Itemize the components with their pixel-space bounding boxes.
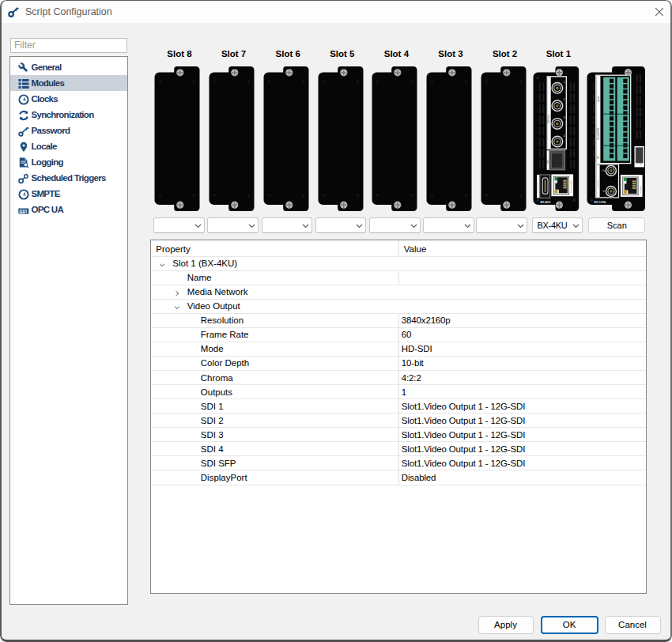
svg-text:BX-CONL: BX-CONL [594,200,606,203]
svg-text:Serial/GPIO: Serial/GPIO [596,127,599,140]
svg-text:2: 2 [564,98,565,101]
svg-text:Out: Out [602,169,606,172]
svg-text:BX-4KU: BX-4KU [541,200,551,203]
svg-text:3: 3 [564,115,565,119]
svg-text:I2C: I2C [596,155,599,158]
svg-text:Genlock: Genlock [596,179,598,187]
svg-text:1: 1 [564,80,565,83]
svg-text:MicroSD: MicroSD [640,157,642,165]
svg-text:Network: Network [639,185,641,193]
svg-text:Inputs: Inputs [596,95,599,101]
svg-text:DisplayPort: DisplayPort [537,182,539,192]
svg-text:SDI Out: SDI Out [547,115,550,123]
svg-text:SFP: SFP [546,159,549,164]
svg-text:Media Network: Media Network [570,179,572,192]
svg-text:4: 4 [564,134,565,137]
